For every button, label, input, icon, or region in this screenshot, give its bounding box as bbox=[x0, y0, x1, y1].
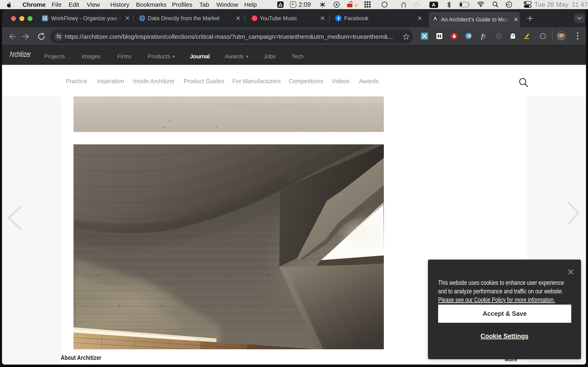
svg-text:A: A bbox=[432, 2, 435, 8]
svg-text:!: ! bbox=[508, 3, 510, 7]
